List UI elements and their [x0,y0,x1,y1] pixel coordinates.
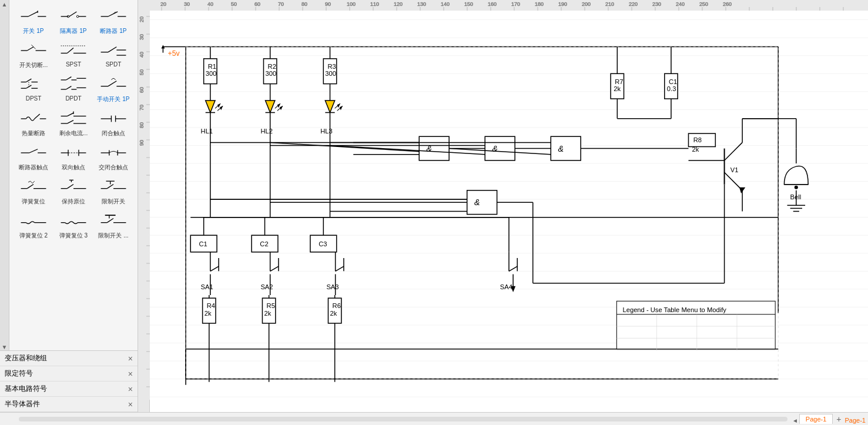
symbol-grid: 开关 1P 隔离器 1P [12,2,135,243]
symbol-item-ac-contact[interactable]: 交闭合触点 [94,141,133,173]
symbol-item-spdt[interactable]: SPDT [94,39,133,71]
add-page-icon[interactable]: + [834,414,843,424]
svg-text:180: 180 [535,1,544,7]
main-container: ▲ ▼ [0,0,868,412]
svg-text:260: 260 [723,1,732,7]
symbol-item-breaker1p[interactable]: 断路器 1P [94,5,133,36]
svg-rect-265 [551,136,581,160]
symbol-item-close-contact[interactable]: 闭合触点 [94,107,133,139]
symbol-label: 弹簧复位 [22,198,45,206]
svg-text:40: 40 [139,52,145,58]
ruler-vertical: 20 30 40 50 60 70 80 90 [138,0,150,412]
svg-text:170: 170 [511,1,520,7]
svg-line-73 [67,185,73,189]
svg-line-44 [35,114,40,119]
symbol-item-bidirect[interactable]: 双向触点 [54,141,93,173]
page-tab-1[interactable]: Page-1 [799,414,833,424]
symbol-label: 断路器触点 [19,163,48,172]
symbol-item-limit-switch2[interactable]: 限制开关 ... [94,209,133,241]
symbol-item-spring-reset2[interactable]: 弹簧复位 2 [14,209,53,241]
symbol-item-hold-pos[interactable]: 保持原位 [54,175,93,207]
close-transformers-icon[interactable]: × [128,354,133,363]
symbol-label: 剩余电流... [59,129,88,138]
symbol-item-spst[interactable]: SPST [54,39,93,71]
bottom-panel-qualifier[interactable]: 限定符号 × [0,366,138,382]
symbol-label: DPST [26,95,42,102]
svg-text:230: 230 [652,1,661,7]
svg-text:SA1: SA1 [201,283,213,290]
close-qualifier-icon[interactable]: × [128,369,133,379]
svg-line-78 [107,185,113,189]
symbol-label: SPST [66,61,81,68]
svg-text:200: 200 [582,1,591,7]
symbol-label: DPDT [65,95,81,102]
symbol-item-manual1p[interactable]: 手动开关 1P [94,73,133,105]
symbol-item-switchcut[interactable]: 开关切断... [14,39,53,71]
symbol-label: 隔离器 1P [60,27,86,35]
svg-text:30: 30 [139,34,145,40]
svg-text:80: 80 [139,122,145,128]
svg-text:300: 300 [325,70,336,77]
svg-text:SA4: SA4 [500,283,512,290]
symbol-label: 弹簧复位 3 [59,232,88,240]
svg-text:Bell: Bell [790,193,802,200]
symbol-library: 开关 1P 隔离器 1P [9,0,138,350]
symbol-item-breaker-contact[interactable]: 断路器触点 [14,141,53,173]
svg-text:100: 100 [347,1,356,7]
nav-prev-icon[interactable]: ◄ [792,417,798,424]
svg-text:60: 60 [139,87,145,93]
svg-line-37 [66,86,72,89]
symbol-label: SPDT [106,61,122,68]
symbol-item-spring-reset[interactable]: 弹簧复位 [14,175,53,207]
symbol-item-dpst[interactable]: DPST [14,73,53,105]
svg-text:0.3: 0.3 [667,85,676,92]
svg-text:Legend - Use Table Menu to Mod: Legend - Use Table Menu to Modify [622,306,726,313]
svg-text:R4: R4 [207,302,215,309]
svg-text:300: 300 [266,70,277,77]
symbol-item-limit-switch[interactable]: 限制开关 [94,175,133,207]
symbol-item-switch1p[interactable]: 开关 1P [14,5,53,36]
svg-text:R3: R3 [327,63,336,70]
svg-rect-262 [485,136,515,160]
svg-text:R1: R1 [208,63,216,70]
svg-line-14 [27,47,33,51]
symbol-label: 手动开关 1P [97,95,129,103]
symbol-item-spring-reset3[interactable]: 弹簧复位 3 [54,209,93,241]
bottom-panel-semiconductor[interactable]: 半导体器件 × [0,397,138,412]
svg-line-10 [108,12,118,16]
svg-text:SA2: SA2 [260,283,273,290]
symbol-item-thermal[interactable]: 热量断路 [14,107,53,139]
svg-line-87 [107,219,113,223]
symbol-item-isolator1p[interactable]: 隔离器 1P [54,5,93,36]
ruler-horizontal: 20 30 40 50 60 70 80 90 100 110 120 130 … [150,0,868,11]
symbol-label: 开关 1P [23,27,43,35]
svg-text:R5: R5 [267,302,275,309]
bottom-panel-transformers[interactable]: 变压器和绕组 × [0,351,138,366]
close-semiconductor-icon[interactable]: × [128,400,133,409]
symbol-label: 热量断路 [22,129,45,138]
svg-line-6 [69,12,77,16]
left-scroll[interactable]: ▲ ▼ [0,0,9,350]
horizontal-scrollbar[interactable] [19,417,787,421]
symbol-item-residual[interactable]: 剩余电流... [54,107,93,139]
svg-text:300: 300 [206,70,217,77]
svg-text:R8: R8 [693,136,702,143]
circuit-diagram: +5v R1 300 R2 300 R3 300 [150,11,868,412]
svg-line-1 [28,12,38,16]
svg-line-15 [31,45,35,49]
close-basic-circuit-icon[interactable]: × [128,384,133,394]
svg-text:70: 70 [139,105,145,111]
symbol-item-dpdt[interactable]: DPDT [54,73,93,105]
svg-text:C3: C3 [319,240,327,247]
svg-text:190: 190 [558,1,567,7]
svg-text:&: & [474,198,480,207]
symbol-label: 限制开关 ... [98,232,128,240]
symbol-label: 双向触点 [62,163,85,172]
bottom-panel-basic-circuit[interactable]: 基本电路符号 × [0,382,138,397]
svg-text:2k: 2k [330,310,337,317]
svg-text:SA3: SA3 [326,283,339,290]
svg-text:R2: R2 [268,63,276,70]
canvas-area[interactable]: 20 30 40 50 60 70 80 90 100 110 120 130 … [138,0,868,412]
svg-text:30: 30 [184,1,190,7]
bottom-bar: ◄ Page-1 + Page-1 [0,412,868,425]
